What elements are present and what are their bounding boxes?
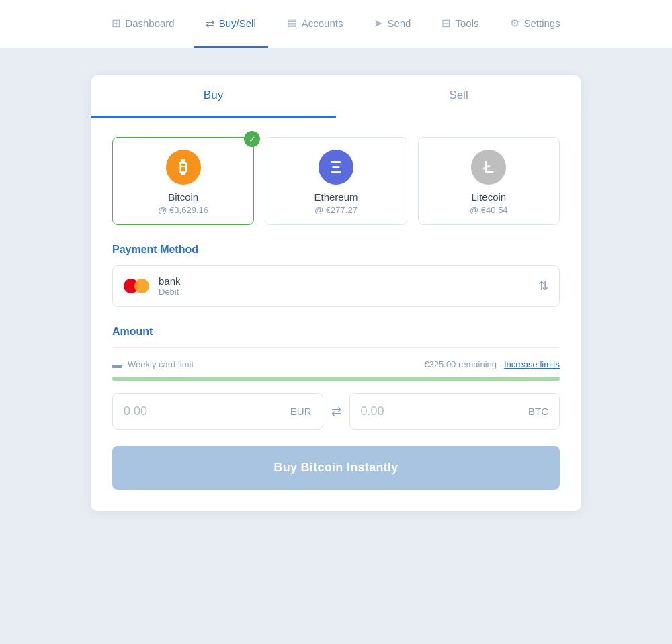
crypto-selector: ✓ ₿ Bitcoin @ €3,629.16 Ξ Ethereum @ €27… [112,137,560,225]
nav-send-label: Send [387,17,411,29]
buy-button[interactable]: Buy Bitcoin Instantly [112,446,560,490]
btc-currency: BTC [528,406,548,417]
tab-sell[interactable]: Sell [336,75,581,118]
card-body: ✓ ₿ Bitcoin @ €3,629.16 Ξ Ethereum @ €27… [91,118,581,511]
buy-sell-card: Buy Sell ✓ ₿ Bitcoin @ €3,629.16 [91,75,581,511]
payment-method-selector[interactable]: bank Debit ⇅ [112,265,560,307]
btc-value: 0.00 [361,404,384,418]
ltc-icon: Ł [471,150,506,185]
btc-icon: ₿ [166,150,201,185]
limit-separator: · [499,359,504,369]
navigation: ⊞ Dashboard ⇄ Buy/Sell ▤ Accounts ➤ Send… [0,0,672,48]
payment-name: bank [159,275,538,287]
eur-currency: EUR [290,406,312,417]
amount-divider [112,347,560,348]
progress-bar-bg [112,377,560,381]
buy-sell-tabs: Buy Sell [91,75,581,118]
card-limit-icon: ▬ [112,359,122,370]
amount-inputs: 0.00 EUR ⇄ 0.00 BTC [112,393,560,430]
crypto-item-eth[interactable]: Ξ Ethereum @ €277.27 [265,137,407,225]
swap-currency-icon[interactable]: ⇄ [331,404,341,419]
mastercard-icon [124,277,149,295]
progress-bar-fill [112,377,560,381]
eur-input-field[interactable]: 0.00 EUR [112,393,323,430]
nav-dashboard-label: Dashboard [125,17,174,29]
selected-check-icon: ✓ [244,131,260,147]
btc-name: Bitcoin [121,191,245,203]
chevron-updown-icon: ⇅ [538,279,548,293]
send-icon: ➤ [374,17,382,30]
increase-limits-link[interactable]: Increase limits [504,359,560,369]
settings-icon: ⚙ [510,17,519,30]
eur-value: 0.00 [124,404,147,418]
nav-send[interactable]: ➤ Send [362,0,423,48]
amount-section-label: Amount [112,326,560,338]
nav-buysell-label: Buy/Sell [219,17,256,29]
dashboard-icon: ⊞ [112,17,120,30]
tab-buy[interactable]: Buy [91,75,336,118]
nav-settings[interactable]: ⚙ Settings [498,0,573,48]
btc-price: @ €3,629.16 [121,205,245,215]
accounts-icon: ▤ [287,17,297,30]
ltc-name: Litecoin [427,191,551,203]
limit-right: €325.00 remaining · Increase limits [424,359,560,369]
tools-icon: ⊟ [442,17,450,30]
limit-left: ▬ Weekly card limit [112,359,194,370]
nav-buysell[interactable]: ⇄ Buy/Sell [194,0,268,48]
payment-sub: Debit [159,287,538,297]
crypto-item-ltc[interactable]: Ł Litecoin @ €40.54 [418,137,560,225]
payment-section-label: Payment Method [112,244,560,256]
limit-remaining: €325.00 remaining [424,359,497,369]
crypto-item-btc[interactable]: ✓ ₿ Bitcoin @ €3,629.16 [112,137,254,225]
nav-accounts[interactable]: ▤ Accounts [275,0,355,48]
limit-label: Weekly card limit [128,359,194,369]
eth-name: Ethereum [274,191,398,203]
nav-dashboard[interactable]: ⊞ Dashboard [99,0,186,48]
btc-input-field[interactable]: 0.00 BTC [349,393,560,430]
limit-row: ▬ Weekly card limit €325.00 remaining · … [112,359,560,370]
buysell-icon: ⇄ [206,17,214,30]
eth-price: @ €277.27 [274,205,398,215]
main-content: Buy Sell ✓ ₿ Bitcoin @ €3,629.16 [0,48,672,538]
nav-settings-label: Settings [524,17,560,29]
ltc-price: @ €40.54 [427,205,551,215]
eth-icon: Ξ [319,150,353,185]
nav-tools[interactable]: ⊟ Tools [429,0,491,48]
nav-tools-label: Tools [455,17,478,29]
nav-accounts-label: Accounts [302,17,343,29]
payment-info: bank Debit [159,275,538,297]
